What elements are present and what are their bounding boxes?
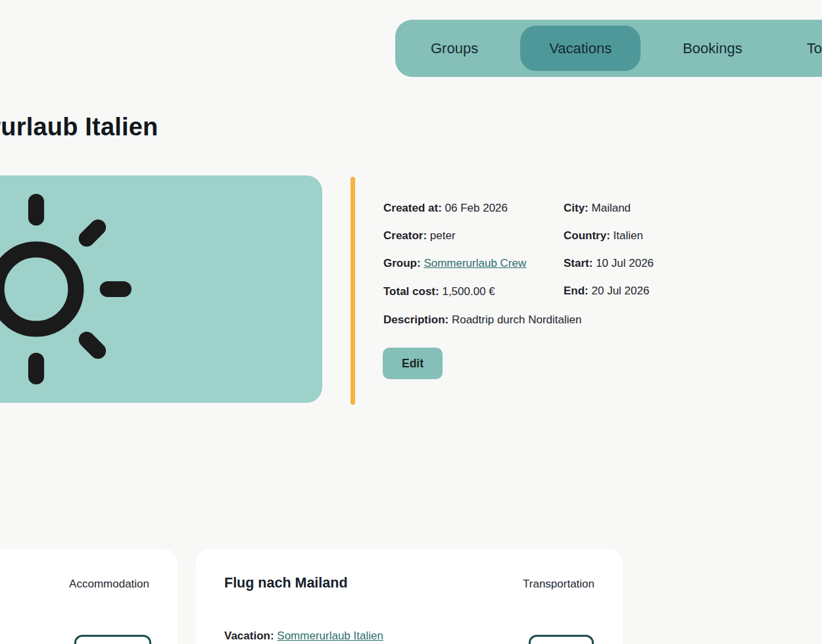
detail-end: End: 20 Jul 2026 bbox=[564, 285, 649, 298]
booking-action-button[interactable] bbox=[529, 635, 594, 644]
booking-type-badge: Accommodation bbox=[69, 578, 149, 591]
booking-card-accommodation: Accommodation bbox=[0, 549, 178, 644]
detail-total-cost: Total cost: 1,500.00 € bbox=[383, 285, 495, 298]
booking-vacation-link[interactable]: Sommerurlaub Italien bbox=[277, 630, 383, 642]
total-cost-value: 1,500.00 € bbox=[442, 285, 495, 298]
detail-country: Country: Italien bbox=[564, 229, 643, 242]
creator-label: Creator: bbox=[383, 229, 427, 242]
top-navbar: Groups Vacations Bookings Todos bbox=[395, 20, 822, 77]
booking-action-button[interactable] bbox=[74, 635, 151, 644]
detail-description: Description: Roadtrip durch Norditalien bbox=[383, 313, 581, 327]
description-value: Roadtrip durch Norditalien bbox=[452, 313, 582, 326]
tab-vacations[interactable]: Vacations bbox=[520, 26, 641, 71]
detail-group: Group: Sommerurlaub Crew bbox=[383, 257, 526, 270]
total-cost-label: Total cost: bbox=[383, 285, 439, 298]
tab-groups[interactable]: Groups bbox=[408, 26, 500, 71]
booking-title: Flug nach Mailand bbox=[224, 575, 348, 591]
accent-divider bbox=[351, 177, 355, 405]
tab-bookings[interactable]: Bookings bbox=[660, 26, 765, 71]
booking-card-transportation: Flug nach Mailand Transportation Vacatio… bbox=[195, 549, 623, 644]
city-label: City: bbox=[564, 202, 589, 214]
vacation-image-card bbox=[0, 175, 322, 403]
description-label: Description: bbox=[383, 313, 448, 326]
sun-icon bbox=[0, 194, 132, 384]
end-value: 20 Jul 2026 bbox=[592, 285, 650, 297]
detail-created-at: Created at: 06 Feb 2026 bbox=[383, 202, 508, 215]
detail-creator: Creator: peter bbox=[383, 229, 456, 242]
created-at-label: Created at: bbox=[383, 202, 442, 214]
creator-value: peter bbox=[430, 229, 456, 242]
created-at-value: 06 Feb 2026 bbox=[445, 202, 508, 214]
booking-vacation-label: Vacation: bbox=[224, 630, 274, 642]
page-title: Sommerurlaub Italien bbox=[0, 113, 158, 141]
start-value: 10 Jul 2026 bbox=[596, 257, 654, 269]
country-label: Country: bbox=[564, 229, 610, 242]
country-value: Italien bbox=[614, 229, 643, 242]
detail-start: Start: 10 Jul 2026 bbox=[564, 257, 654, 270]
tab-todos[interactable]: Todos bbox=[785, 26, 822, 71]
vacation-details: Created at: 06 Feb 2026 Creator: peter G… bbox=[383, 202, 817, 340]
detail-city: City: Mailand bbox=[564, 202, 631, 215]
start-label: Start: bbox=[564, 257, 592, 269]
booking-vacation-row: Vacation: Sommerurlaub Italien bbox=[224, 630, 383, 643]
group-label: Group: bbox=[383, 257, 421, 269]
group-link[interactable]: Sommerurlaub Crew bbox=[423, 257, 526, 269]
city-value: Mailand bbox=[592, 202, 631, 214]
booking-type-badge: Transportation bbox=[523, 578, 594, 591]
edit-button[interactable]: Edit bbox=[383, 348, 443, 379]
end-label: End: bbox=[564, 285, 589, 297]
